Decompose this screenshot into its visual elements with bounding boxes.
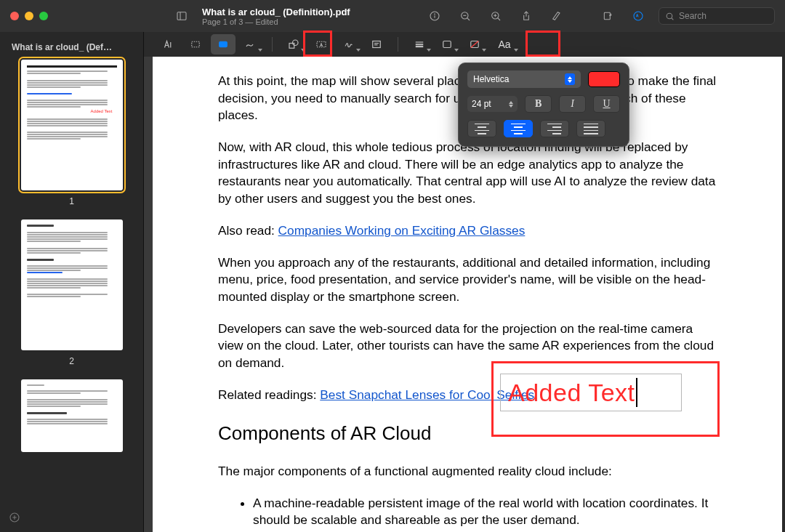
titlebar: What is ar cloud_ (Definition).pdf Page …	[0, 0, 785, 32]
search-placeholder: Search	[679, 11, 706, 21]
info-icon[interactable]	[424, 6, 445, 26]
page-indicator: Page 1 of 3 — Edited	[202, 17, 350, 26]
title-block: What is ar cloud_ (Definition).pdf Page …	[202, 7, 350, 26]
font-size-value: 24 pt	[472, 99, 491, 109]
note-tool[interactable]	[364, 34, 389, 55]
svg-point-14	[667, 13, 672, 19]
document-title: What is ar cloud_ (Definition).pdf	[202, 7, 350, 17]
text-tool[interactable]	[309, 34, 334, 55]
svg-rect-18	[220, 41, 228, 47]
page-number-1: 1	[10, 196, 133, 206]
highlight-menu-icon[interactable]	[577, 6, 587, 26]
text-annotation[interactable]: Added Text	[500, 374, 682, 411]
link-ar-glasses[interactable]: Companies Working on Exciting AR Glasses	[278, 223, 526, 238]
minimize-window[interactable]	[25, 12, 33, 20]
thumb-added-text: Added Text	[27, 108, 117, 115]
search-input[interactable]: Search	[659, 7, 775, 25]
rotate-icon[interactable]	[597, 6, 618, 26]
label-text: Related readings:	[218, 387, 320, 402]
font-family-value: Helvetica	[473, 74, 509, 84]
italic-button[interactable]: I	[559, 95, 586, 113]
window-controls	[10, 12, 48, 20]
thumbnail-sidebar: What is ar cloud_ (Def… Added Text 1 2	[0, 32, 144, 532]
sidebar-doc-title: What is ar cloud_ (Def…	[12, 42, 133, 52]
sign-tool[interactable]	[337, 34, 361, 55]
text-style-popover: Helvetica 24 pt B I U	[458, 63, 629, 147]
redact-tool[interactable]	[211, 34, 236, 55]
bullet-list: A machine-readable persistent image of t…	[218, 495, 720, 532]
markup-icon[interactable]	[628, 6, 648, 26]
scrollbar[interactable]	[782, 57, 785, 532]
svg-line-30	[471, 41, 479, 48]
stepper-icon	[509, 101, 513, 108]
zoom-in-icon[interactable]	[486, 6, 506, 26]
body-paragraph: Also read: Companies Working on Exciting…	[218, 222, 720, 240]
border-color-tool[interactable]	[435, 34, 459, 55]
align-left-button[interactable]	[467, 120, 496, 137]
zoom-out-icon[interactable]	[455, 6, 475, 26]
underline-button[interactable]: U	[593, 95, 620, 113]
svg-rect-0	[177, 12, 186, 20]
align-center-button[interactable]	[504, 120, 533, 137]
page-number-2: 2	[10, 356, 133, 366]
text-color-swatch[interactable]	[588, 71, 620, 87]
text-style-tool[interactable]: Aa	[490, 34, 519, 55]
label-text: Also read:	[218, 223, 278, 238]
heading: Components of AR Cloud	[218, 421, 720, 447]
zoom-window[interactable]	[39, 12, 48, 20]
svg-line-15	[672, 17, 674, 20]
page-thumbnail-3[interactable]	[21, 379, 123, 452]
rect-select-tool[interactable]	[183, 34, 208, 55]
font-size-stepper[interactable]: 24 pt	[467, 96, 518, 112]
body-paragraph: When you approach any of the restaurants…	[218, 254, 720, 306]
page-thumbnail-2[interactable]	[21, 219, 123, 350]
align-justify-button[interactable]	[576, 120, 605, 137]
list-item: A machine-readable persistent image of t…	[253, 495, 720, 529]
annotation-text: Added Text	[508, 379, 635, 407]
fill-color-tool[interactable]	[462, 34, 487, 55]
svg-rect-12	[604, 12, 610, 19]
align-right-button[interactable]	[540, 120, 569, 137]
share-icon[interactable]	[516, 6, 536, 26]
body-paragraph: The major components of a functional aug…	[218, 463, 720, 480]
sidebar-toggle[interactable]	[172, 6, 192, 26]
highlight-icon[interactable]	[547, 6, 567, 26]
body-paragraph: Now, with AR cloud, this whole tedious p…	[218, 139, 720, 208]
add-page-button[interactable]	[9, 512, 20, 526]
svg-rect-28	[443, 41, 451, 48]
bold-button[interactable]: B	[525, 95, 552, 113]
text-select-tool[interactable]	[156, 34, 180, 55]
border-style-tool[interactable]	[407, 34, 432, 55]
svg-point-20	[293, 40, 299, 46]
body-paragraph: Developers can save the web-sourced data…	[218, 321, 720, 372]
text-cursor	[636, 378, 637, 407]
svg-rect-22	[373, 41, 381, 48]
page-thumbnail-1[interactable]: Added Text	[21, 60, 123, 190]
font-family-select[interactable]: Helvetica	[467, 70, 581, 88]
svg-point-4	[435, 14, 435, 15]
svg-line-9	[498, 18, 500, 20]
svg-line-6	[467, 18, 470, 20]
stepper-icon	[565, 73, 575, 85]
shapes-tool[interactable]	[281, 34, 306, 55]
svg-rect-19	[289, 44, 294, 49]
sketch-tool[interactable]	[238, 34, 263, 55]
close-window[interactable]	[10, 12, 19, 20]
svg-rect-17	[192, 41, 200, 47]
